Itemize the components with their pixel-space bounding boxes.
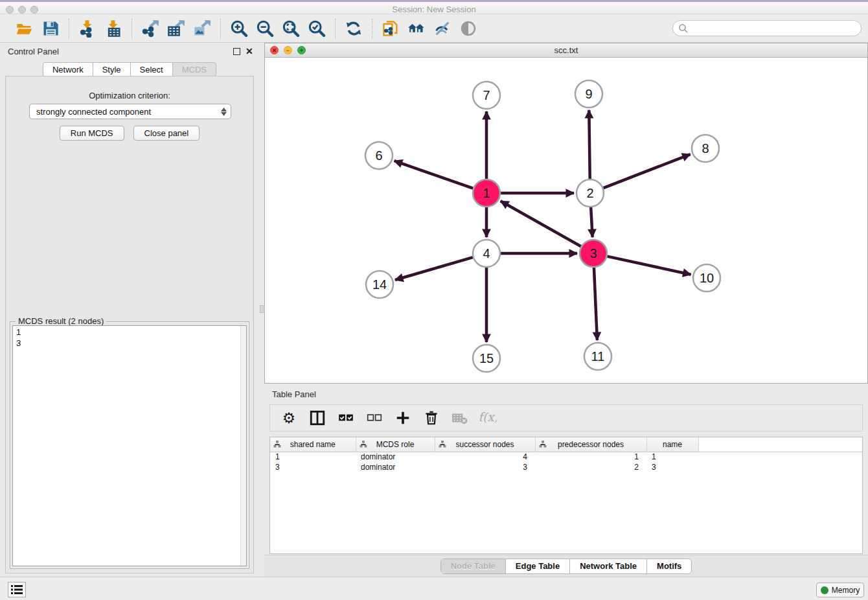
search-input[interactable]: [691, 23, 856, 33]
column-header-name[interactable]: name: [646, 437, 698, 452]
unselect-all-button[interactable]: [365, 408, 384, 428]
column-header-predecessor-nodes[interactable]: predecessor nodes: [535, 437, 646, 452]
save-session-button[interactable]: [40, 18, 61, 39]
zoom-out-button[interactable]: [255, 18, 275, 39]
graph-node-7[interactable]: 7: [473, 82, 500, 109]
graph-node-9[interactable]: 9: [575, 80, 602, 108]
zoom-selected-button[interactable]: [306, 18, 327, 39]
export-table-button[interactable]: [166, 18, 187, 39]
graph-node-11[interactable]: 11: [584, 343, 611, 370]
column-header-successor-nodes[interactable]: successor nodes: [435, 437, 535, 452]
column-header-label: successor nodes: [455, 440, 514, 449]
tab-network-table[interactable]: Network Table: [570, 559, 647, 573]
graph-edge-2-3[interactable]: [591, 207, 592, 237]
table-cell-filler: [698, 452, 863, 462]
import-network-button[interactable]: [77, 18, 98, 39]
control-panel-header: Control Panel ✕: [0, 43, 259, 60]
network-canvas[interactable]: 1234678910111415: [265, 58, 867, 383]
zoom-fit-button[interactable]: [280, 18, 301, 39]
select-all-button[interactable]: [336, 408, 356, 428]
graph-node-8[interactable]: 8: [692, 135, 719, 162]
table-settings-button[interactable]: ⚙: [279, 408, 299, 428]
column-header-MCDS-role[interactable]: MCDS role: [356, 437, 435, 452]
table-cell-filler: [698, 462, 863, 472]
criterion-select[interactable]: strongly connected component: [29, 104, 231, 119]
import-table-button[interactable]: [103, 18, 124, 39]
open-session-button[interactable]: [14, 18, 35, 39]
column-header-shared-name[interactable]: shared name: [270, 437, 356, 452]
memory-label: Memory: [832, 586, 860, 595]
function-builder-button[interactable]: f(x): [479, 408, 498, 428]
mcds-result-textarea[interactable]: 1 3: [12, 325, 247, 566]
tab-edge-table[interactable]: Edge Table: [506, 559, 570, 573]
tab-network[interactable]: Network: [43, 62, 93, 76]
graph-edge-3-1[interactable]: [501, 201, 581, 246]
delete-table-button[interactable]: [450, 408, 470, 428]
tab-mcds[interactable]: MCDS: [172, 62, 216, 76]
graph-node-4[interactable]: 4: [473, 240, 500, 267]
table-cell[interactable]: dominator: [356, 452, 435, 462]
export-image-button[interactable]: [192, 18, 212, 39]
table-cell[interactable]: 2: [535, 462, 646, 472]
table-cell[interactable]: 3: [435, 462, 535, 472]
control-panel-title: Control Panel: [8, 47, 59, 56]
close-panel-button[interactable]: Close panel: [133, 126, 200, 141]
search-box[interactable]: [672, 20, 862, 36]
overview-eye-button[interactable]: [458, 18, 479, 39]
apply-layout-button[interactable]: [343, 18, 364, 39]
column-pane-button[interactable]: [308, 408, 327, 428]
tab-select[interactable]: Select: [130, 62, 172, 76]
criterion-select-value: strongly connected component: [36, 107, 151, 117]
table-cell[interactable]: dominator: [356, 462, 435, 472]
graph-node-6[interactable]: 6: [365, 142, 393, 169]
add-row-button[interactable]: [393, 408, 413, 428]
graph-node-15[interactable]: 15: [473, 345, 500, 372]
table-row[interactable]: 3dominator323: [270, 462, 863, 472]
graphics-details-button[interactable]: [432, 18, 453, 39]
panel-divider[interactable]: [259, 43, 264, 577]
graph-node-14[interactable]: 14: [366, 271, 393, 298]
table-cell[interactable]: 1: [646, 452, 698, 462]
float-panel-icon[interactable]: [233, 48, 240, 55]
graph-edge-2-9[interactable]: [589, 110, 589, 179]
panel-divider-handle[interactable]: [260, 305, 264, 313]
table-cell[interactable]: 1: [535, 452, 646, 462]
export-network-icon: [141, 19, 159, 38]
graph-edge-3-10[interactable]: [607, 257, 691, 275]
tab-motifs[interactable]: Motifs: [647, 559, 691, 573]
graph-node-label: 4: [483, 246, 490, 260]
tab-node-table[interactable]: Node Table: [441, 559, 506, 573]
zoom-in-button[interactable]: [229, 18, 249, 39]
table-row[interactable]: 1dominator411: [270, 452, 863, 462]
tab-style[interactable]: Style: [93, 62, 130, 76]
zoom-fit-icon: [282, 19, 300, 38]
mcds-result-title: MCDS result (2 nodes): [16, 316, 106, 326]
node-table: shared nameMCDS rolesuccessor nodesprede…: [269, 437, 863, 554]
graph-edge-1-6[interactable]: [394, 161, 474, 188]
graph-edge-2-8[interactable]: [604, 154, 691, 188]
table-cell[interactable]: 3: [646, 462, 698, 472]
table-cell[interactable]: 4: [435, 452, 535, 462]
close-panel-icon[interactable]: ✕: [246, 48, 253, 55]
run-mcds-button[interactable]: Run MCDS: [60, 126, 124, 141]
delete-row-button[interactable]: [422, 408, 441, 428]
table-cell[interactable]: 1: [270, 452, 356, 462]
home-button[interactable]: [406, 18, 427, 39]
graph-node-1[interactable]: 1: [473, 179, 500, 207]
graph-node-3[interactable]: 3: [580, 240, 607, 267]
svg-text:f(x): f(x): [480, 410, 497, 424]
table-cell[interactable]: 3: [270, 462, 356, 472]
clone-network-button[interactable]: [380, 18, 401, 39]
graph-node-label: 15: [479, 351, 494, 365]
graph-node-10[interactable]: 10: [693, 264, 720, 292]
status-list-button[interactable]: [8, 582, 26, 597]
column-header-filler: [698, 437, 863, 452]
mcds-result-scrollbar[interactable]: [240, 326, 246, 566]
unselect-all-icon: [366, 410, 383, 426]
graph-edge-3-11[interactable]: [594, 268, 597, 340]
column-header-label: predecessor nodes: [558, 440, 624, 449]
memory-button[interactable]: Memory: [816, 583, 864, 597]
graph-edge-4-14[interactable]: [395, 257, 473, 280]
export-network-button[interactable]: [140, 18, 161, 39]
graph-node-2[interactable]: 2: [577, 179, 604, 207]
